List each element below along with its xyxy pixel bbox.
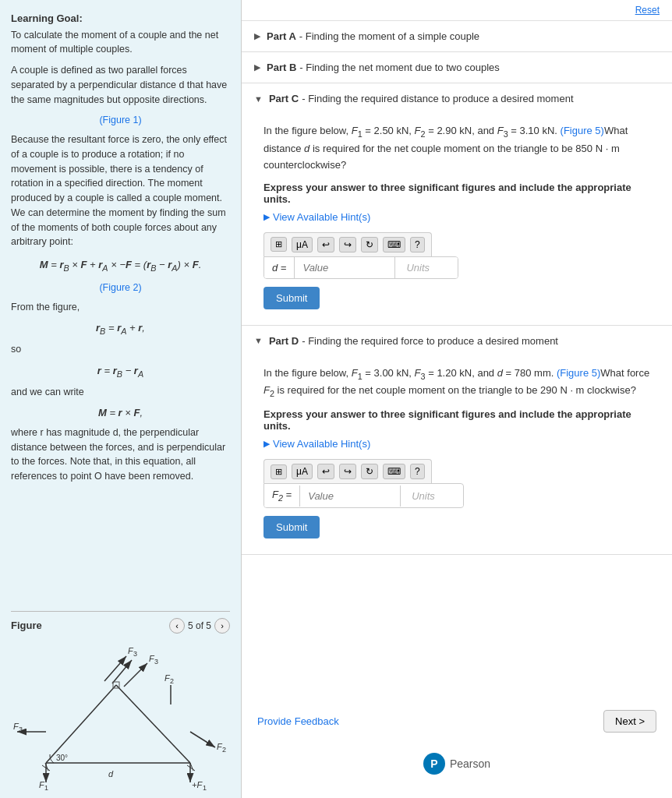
refresh-btn-d[interactable]: ↻ [361,464,378,479]
part-a-desc: - Finding the moment of a simple couple [299,30,479,42]
part-c-arrow: ▼ [254,94,263,104]
svg-text:3: 3 [133,650,137,658]
part-d-answer-row: F2 = Units [263,483,464,508]
figure-nav[interactable]: ‹ 5 of 5 › [169,618,230,634]
part-c-problem-text: In the figure below, F1 = 2.50 kN, F2 = … [263,123,656,174]
undo-btn-c[interactable]: ↩ [317,237,334,252]
part-d-label: Part D [269,335,299,347]
part-d-content: In the figure below, F1 = 3.00 kN, F3 = … [242,356,672,554]
svg-text:3: 3 [154,658,158,666]
part-c-value-input[interactable] [294,257,395,278]
part-c-answer-row: d = Units [263,256,458,279]
figure1-link[interactable]: (Figure 1) [11,113,230,128]
left-panel: Learning Goal: To calculate the moment o… [0,0,242,798]
part-d-section: ▼ Part D - Finding the required force to… [242,326,672,555]
figure-diagram: 30° d F 3 F 2 F 3 F [11,638,230,790]
formula-explanation: where r has magnitude d, the perpendicul… [11,425,230,484]
svg-line-12 [190,732,215,747]
grid-btn-d[interactable]: ⊞ [271,464,287,479]
figure-prev-btn[interactable]: ‹ [169,618,185,634]
undo-btn-d[interactable]: ↩ [317,464,334,479]
svg-text:d: d [108,769,114,779]
couple-definition: A couple is defined as two parallel forc… [11,63,230,107]
hint-arrow-icon-d: ▶ [263,439,270,449]
part-d-arrow: ▼ [254,336,263,345]
keyboard-btn-c[interactable]: ⌨ [383,237,405,252]
formula4: M = r × F, [11,405,230,421]
part-d-toolbar: ⊞ μA ↩ ↪ ↻ ⌨ ? [263,459,432,483]
part-c-answer-label: d = [264,257,294,278]
formula3: r = rB − rA [11,363,230,380]
hint-arrow-icon: ▶ [263,212,270,222]
keyboard-btn-d[interactable]: ⌨ [383,464,405,479]
learning-goal-section: Learning Goal: To calculate the moment o… [11,11,230,490]
svg-text:1: 1 [44,784,48,790]
part-c-hint-link[interactable]: ▶ View Available Hint(s) [263,211,656,223]
part-a-section: ▶ Part A - Finding the moment of a simpl… [242,21,672,52]
bottom-bar: Provide Feedback Next > [242,697,672,745]
part-c-content: In the figure below, F1 = 2.50 kN, F2 = … [242,114,672,325]
pearson-logo-icon: P [423,753,445,775]
part-d-units-input: Units [401,486,463,507]
part-c-instruction: Express your answer to three significant… [263,182,656,205]
svg-line-5 [187,765,195,771]
figure-title: Figure [11,618,42,634]
part-d-submit-btn[interactable]: Submit [263,516,320,538]
part-d-header[interactable]: ▼ Part D - Finding the required force to… [242,326,672,356]
part-c-header[interactable]: ▼ Part C - Finding the required distance… [242,83,672,114]
svg-text:30°: 30° [56,754,68,762]
svg-line-2 [116,685,190,763]
figure-nav-count: 5 of 5 [188,619,211,633]
part-c-hint-text: View Available Hint(s) [273,211,370,223]
svg-line-15 [124,663,147,687]
part-b-arrow: ▶ [254,62,260,72]
part-d-desc: - Finding the required force to produce … [302,335,558,347]
next-button[interactable]: Next > [603,710,656,733]
learning-goal-title: Learning Goal: [11,11,230,26]
part-d-hint-link[interactable]: ▶ View Available Hint(s) [263,438,656,450]
svg-text:3: 3 [19,726,23,733]
svg-text:1: 1 [203,784,207,790]
redo-btn-c[interactable]: ↪ [339,237,356,252]
refresh-btn-c[interactable]: ↻ [361,237,378,252]
part-a-header[interactable]: ▶ Part A - Finding the moment of a simpl… [242,21,672,51]
mu-btn-d[interactable]: μA [292,464,313,479]
reset-link[interactable]: Reset [635,5,660,16]
part-b-label: Part B [267,62,296,73]
figure-next-btn[interactable]: › [214,618,230,634]
svg-line-18 [112,660,132,683]
svg-text:+F: +F [192,780,203,789]
mu-btn-c[interactable]: μA [292,237,313,252]
formula1: M = rB × F + rA × −F = (rB − rA) × F. [11,256,230,276]
part-d-answer-label: F2 = [264,484,299,507]
pearson-label: Pearson [450,757,490,770]
provide-feedback-link[interactable]: Provide Feedback [257,715,339,727]
part-a-label: Part A [267,30,296,42]
redo-btn-d[interactable]: ↪ [339,464,356,479]
grid-btn-c[interactable]: ⊞ [271,237,287,252]
part-d-figure-link[interactable]: (Figure 5) [557,367,600,379]
figure-section: Figure ‹ 5 of 5 › [11,611,230,790]
help-btn-c[interactable]: ? [410,237,425,252]
part-c-figure-link[interactable]: (Figure 5) [561,125,604,136]
part-a-arrow: ▶ [254,31,260,41]
formula2: rB = rA + r, [11,320,230,337]
help-btn-d[interactable]: ? [410,464,425,479]
part-d-value-input[interactable] [299,486,401,507]
part-c-section: ▼ Part C - Finding the required distance… [242,83,672,326]
svg-line-1 [46,685,116,763]
learning-goal-text: To calculate the moment of a couple and … [11,28,230,58]
part-b-section: ▶ Part B - Finding the net moment due to… [242,52,672,83]
svg-text:2: 2 [170,677,174,685]
part-c-desc: - Finding the required distance to produ… [302,93,573,104]
part-c-submit-btn[interactable]: Submit [263,287,320,309]
part-b-header[interactable]: ▶ Part B - Finding the net moment due to… [242,52,672,83]
svg-line-19 [104,656,126,681]
figure-svg: 30° d F 3 F 2 F 3 F [11,638,237,790]
part-c-label: Part C [269,93,299,104]
so-label: so [11,342,230,357]
couple-explanation: Because the resultant force is zero, the… [11,132,230,249]
part-d-instruction: Express your answer to three significant… [263,408,656,432]
figure2-link[interactable]: (Figure 2) [11,281,230,295]
from-figure-label: From the figure, [11,300,230,315]
